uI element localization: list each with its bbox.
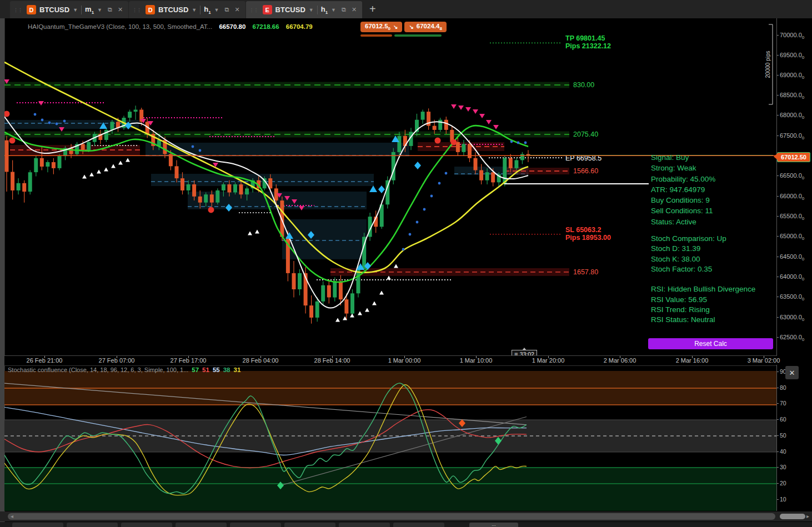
tab-period[interactable]: h1 bbox=[204, 5, 210, 15]
stoch-rsi-info-block: Stoch Comparison: UpStoch D: 31.39Stoch … bbox=[651, 234, 755, 325]
signal-text-line: Status: Active bbox=[651, 217, 715, 227]
time-axis-label: 1 Mar 20:00 bbox=[532, 357, 565, 364]
stoch-axis-label: 10 bbox=[780, 496, 786, 503]
popout-icon[interactable]: ⧉ bbox=[108, 6, 112, 13]
signal-text-line: Buy Conditions: 9 bbox=[651, 195, 715, 205]
bottom-toolbar-more-button[interactable]: ... bbox=[469, 523, 518, 527]
tab-badge-icon: E bbox=[263, 5, 272, 14]
price-axis-label: 67500.00 bbox=[780, 132, 804, 140]
sell-button[interactable]: 67012.50 ↘ bbox=[360, 22, 402, 32]
buy-arrow-icon: ↘ bbox=[409, 24, 413, 30]
price-axis-label: 68500.00 bbox=[780, 92, 804, 100]
svg-text:2075.40: 2075.40 bbox=[573, 131, 598, 138]
popout-icon[interactable]: ⧉ bbox=[225, 6, 229, 13]
close-indicator-icon[interactable]: ✕ bbox=[785, 366, 799, 379]
bottom-toolbar-button[interactable] bbox=[67, 523, 118, 527]
popout-icon[interactable]: ⧉ bbox=[342, 6, 346, 13]
signal-text-line: ATR: 947.64979 bbox=[651, 184, 715, 195]
bottom-toolbar-button[interactable] bbox=[339, 523, 390, 527]
svg-text:1566.60: 1566.60 bbox=[573, 167, 598, 175]
bottom-toolbar-button[interactable] bbox=[230, 523, 281, 527]
time-axis-label: 27 Feb 07:00 bbox=[99, 357, 135, 364]
bottom-toolbar-button[interactable] bbox=[176, 523, 227, 527]
indicator-value-green: 67218.66 bbox=[253, 23, 279, 30]
stoch-axis-label: 50 bbox=[780, 432, 786, 439]
close-icon[interactable]: ✕ bbox=[234, 6, 239, 13]
bottom-toolbar-button[interactable] bbox=[121, 523, 172, 527]
price-axis-label: 63500.00 bbox=[780, 293, 804, 302]
stochastic-value: 57 bbox=[192, 367, 199, 373]
chart-tab-2[interactable]: ⋮⋮ D BTCUSD ▼ h1 ▼ ⧉ ✕ bbox=[129, 1, 245, 18]
time-axis-label: 27 Feb 17:00 bbox=[171, 357, 207, 364]
signal-text-line: RSI Trend: Rising bbox=[651, 305, 755, 315]
resistance-levels-green: 830.002075.40 bbox=[4, 81, 598, 138]
horizontal-scrollbar[interactable]: ◂ ▸ bbox=[0, 511, 812, 521]
chevron-down-icon[interactable]: ▼ bbox=[97, 7, 102, 13]
close-icon[interactable]: ✕ bbox=[352, 6, 357, 13]
stochastic-value: 31 bbox=[234, 367, 241, 373]
price-axis-label: 68000.00 bbox=[780, 112, 804, 120]
chevron-down-icon[interactable]: ▼ bbox=[192, 7, 197, 13]
scrollbar-thumb[interactable]: ◂ bbox=[8, 513, 775, 520]
stochastic-axis[interactable]: 908070605040302010 bbox=[776, 365, 812, 511]
svg-text:1657.80: 1657.80 bbox=[573, 268, 598, 276]
tab-grip-icon: ⋮⋮ bbox=[132, 7, 141, 13]
price-axis-label: 63000.00 bbox=[780, 314, 804, 322]
scrollbar-thumb-right[interactable] bbox=[780, 514, 805, 519]
time-axis-label: 26 Feb 21:00 bbox=[27, 357, 63, 364]
price-axis-label: 69500.00 bbox=[780, 52, 804, 60]
time-axis-label: 3 Mar 02:00 bbox=[748, 357, 780, 364]
chart-tab-3-active[interactable]: ⋮⋮ E BTCUSD ▼ h1 ▼ ⧉ ✕ bbox=[246, 1, 363, 18]
reset-calc-button[interactable]: Reset Calc bbox=[648, 338, 773, 349]
bottom-toolbar-button[interactable] bbox=[12, 523, 63, 527]
close-icon[interactable]: ✕ bbox=[118, 6, 123, 13]
signal-text-line: RSI Value: 56.95 bbox=[651, 295, 755, 305]
stoch-axis-label: 80 bbox=[780, 384, 786, 391]
tab-grip-icon: ⋮⋮ bbox=[249, 7, 258, 13]
tab-period[interactable]: m1 bbox=[85, 5, 94, 15]
price-axis-label: 66000.00 bbox=[780, 193, 804, 201]
stoch-axis-label: 40 bbox=[780, 448, 786, 455]
indicator-title: HAIQuantum_TheGameV3 (Close, 100, 13, 50… bbox=[28, 23, 313, 30]
svg-text:Pips 18953.00: Pips 18953.00 bbox=[565, 234, 611, 242]
price-axis-label: 64000.00 bbox=[780, 273, 804, 282]
signal-info-block: Signal: BuyStrong: WeakProbability: 45.0… bbox=[651, 152, 715, 227]
new-tab-button[interactable]: + bbox=[363, 0, 383, 18]
signal-text-line: Stoch Comparison: Up bbox=[651, 234, 755, 244]
price-axis-label: 64500.00 bbox=[780, 253, 804, 262]
stochastic-panel[interactable] bbox=[4, 365, 776, 511]
svg-text:830.00: 830.00 bbox=[573, 81, 594, 89]
chevron-down-icon[interactable]: ▼ bbox=[309, 7, 314, 13]
price-axis-label: 65500.00 bbox=[780, 213, 804, 221]
tab-period[interactable]: h1 bbox=[321, 5, 328, 15]
signal-text-line: Stoch D: 31.39 bbox=[651, 244, 755, 254]
signal-text-line bbox=[651, 274, 755, 284]
buy-button[interactable]: ↘ 67024.48 bbox=[404, 22, 446, 32]
svg-text:SL 65063.2: SL 65063.2 bbox=[565, 226, 601, 234]
stoch-bands bbox=[4, 371, 776, 511]
stochastic-title-text: Stochastic confluence (Close, 14, 18, 96… bbox=[8, 367, 188, 373]
stochastic-value: 51 bbox=[202, 367, 209, 373]
candlesticks bbox=[5, 106, 530, 324]
chevron-down-icon[interactable]: ▼ bbox=[73, 7, 78, 13]
sell-depth-bar bbox=[360, 34, 392, 37]
scroll-left-icon[interactable]: ◂ bbox=[11, 513, 13, 520]
price-axis-label: 66500.00 bbox=[780, 172, 804, 180]
chevron-down-icon[interactable]: ▼ bbox=[331, 7, 336, 13]
tab-grip-icon: ⋮⋮ bbox=[13, 7, 22, 13]
price-axis-label: 62500.00 bbox=[780, 334, 804, 342]
stoch-axis-label: 70 bbox=[780, 400, 786, 406]
signal-text-line: Probability: 45.00% bbox=[651, 174, 715, 184]
price-axis[interactable]: 70000.0069500.0069000.0068500.0068000.00… bbox=[776, 18, 812, 355]
signal-text-line: Signal: Buy bbox=[651, 152, 715, 163]
chart-tab-1[interactable]: ⋮⋮ D BTCUSD ▼ m1 ▼ ⧉ ✕ bbox=[10, 1, 128, 18]
bottom-toolbar-button[interactable] bbox=[393, 523, 444, 527]
sell-arrow-icon: ↘ bbox=[393, 24, 398, 30]
bottom-toolbar-button[interactable] bbox=[284, 523, 335, 527]
chevron-down-icon[interactable]: ▼ bbox=[214, 7, 219, 13]
scroll-right-icon[interactable]: ▸ bbox=[806, 513, 809, 520]
stochastic-value: 55 bbox=[213, 367, 220, 373]
time-axis-label: 2 Mar 16:00 bbox=[676, 357, 709, 364]
time-axis-label: 28 Feb 04:00 bbox=[243, 357, 279, 364]
svg-text:20000 pips: 20000 pips bbox=[765, 51, 771, 78]
